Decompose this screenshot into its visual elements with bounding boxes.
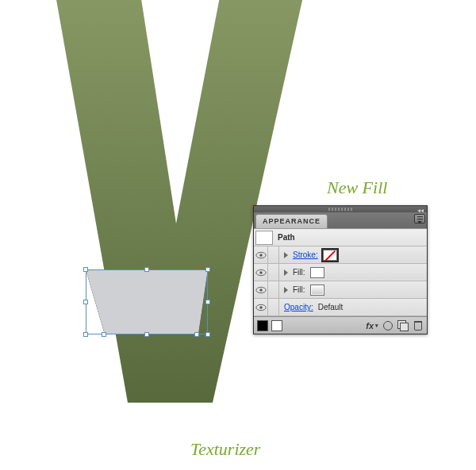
appearance-panel: ◂◂ APPEARANCE Path Stroke: [253,205,428,334]
selection-handle[interactable] [205,332,210,337]
duplicate-item-button[interactable] [397,319,409,331]
indent-spacer [268,281,279,299]
indent-spacer [268,264,279,281]
circle-slash-icon [383,321,393,331]
add-effect-button[interactable]: fx▾ [366,321,378,331]
stroke-swatch-none[interactable] [323,250,337,261]
panel-tabbar: APPEARANCE [254,212,427,228]
stroke-label-link[interactable]: Stroke: [293,250,318,259]
disclosure-triangle-icon[interactable] [284,252,288,258]
appearance-opacity-row[interactable]: Opacity: Default [254,299,427,316]
eye-icon [255,286,267,294]
appearance-stroke-row[interactable]: Stroke: [254,246,427,264]
duplicate-icon [397,320,408,331]
target-thumbnail [255,231,273,245]
eye-icon [255,269,267,277]
opacity-label-link[interactable]: Opacity: [284,303,313,311]
visibility-toggle[interactable] [254,299,268,316]
artboard[interactable]: New Fill Texturizer ◂◂ APPEARANCE Path [0,0,476,470]
new-stroke-white-swatch[interactable] [271,320,282,331]
target-name: Path [278,233,295,242]
chevron-down-icon: ▾ [375,323,378,329]
fill-swatch-white[interactable] [310,267,324,278]
selection-handle[interactable] [205,300,210,304]
disclosure-triangle-icon[interactable] [284,287,288,293]
anchor-point[interactable] [102,332,106,337]
indent-spacer [268,246,279,264]
visibility-toggle[interactable] [254,281,268,299]
selection-bounding-box [86,269,208,334]
selection-handle[interactable] [144,332,149,337]
trash-icon [414,321,422,331]
appearance-rows: Path Stroke: F [254,228,427,316]
new-fill-black-swatch[interactable] [257,320,268,331]
svg-point-4 [259,271,263,274]
selection-handle[interactable] [83,267,88,272]
caption-texturizer: Texturizer [190,439,260,460]
appearance-target-row[interactable]: Path [254,229,427,246]
panel-flyout-menu-button[interactable] [414,214,425,224]
fill-label: Fill: [293,285,305,294]
visibility-toggle[interactable] [254,246,268,264]
appearance-fill-row[interactable]: Fill: [254,281,427,299]
delete-item-button[interactable] [412,319,424,331]
eye-icon [255,251,267,259]
indent-spacer [268,299,279,316]
appearance-fill-row[interactable]: Fill: [254,264,427,281]
panel-grip[interactable]: ◂◂ [254,206,427,212]
panel-collapse-arrows-icon[interactable]: ◂◂ [417,207,424,214]
panel-drag-dots [328,208,352,211]
caption-new-fill: New Fill [327,178,387,198]
opacity-value: Default [318,303,344,311]
svg-point-6 [259,288,263,292]
svg-point-8 [259,306,263,309]
panel-footer: fx▾ [254,316,427,334]
selection-handle[interactable] [144,267,149,272]
anchor-point[interactable] [194,332,199,337]
eye-icon [255,304,267,311]
disclosure-triangle-icon[interactable] [284,269,288,276]
fill-label: Fill: [293,268,305,277]
fx-label: fx [366,321,374,331]
tab-appearance[interactable]: APPEARANCE [255,214,328,228]
visibility-toggle[interactable] [254,264,268,281]
fill-swatch-gradient[interactable] [310,285,324,296]
clear-appearance-button[interactable] [382,319,393,331]
svg-point-2 [259,254,263,257]
selection-handle[interactable] [205,267,210,272]
selection-handle[interactable] [83,300,88,304]
selection-handle[interactable] [83,332,88,337]
